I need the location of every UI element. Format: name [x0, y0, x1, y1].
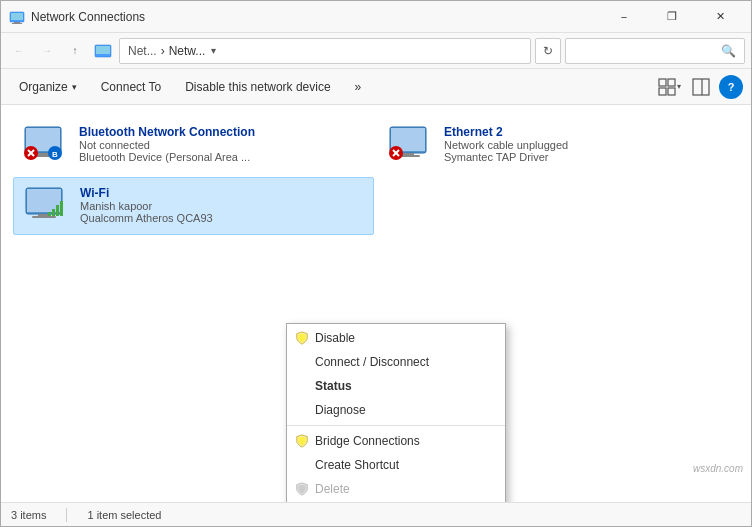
path-part2: Netw...: [169, 44, 206, 58]
toolbar-right: ▾ ?: [655, 73, 743, 101]
wifi-icon-wrap: [22, 186, 70, 226]
wifi-name: Wi-Fi: [80, 186, 365, 200]
network-grid: B Bluetooth Network Connection Not conne…: [13, 117, 739, 235]
svg-rect-33: [52, 209, 55, 216]
bluetooth-name: Bluetooth Network Connection: [79, 125, 366, 139]
ctx-bridge-connections[interactable]: Bridge Connections: [287, 429, 505, 453]
ethernet-info: Ethernet 2 Network cable unplugged Syman…: [444, 125, 731, 163]
ctx-status-label: Status: [315, 379, 352, 393]
svg-rect-3: [12, 23, 22, 24]
svg-rect-35: [60, 201, 63, 216]
svg-rect-2: [14, 22, 20, 23]
back-button[interactable]: ←: [7, 39, 31, 63]
disable-label: Disable this network device: [185, 80, 330, 94]
bluetooth-icon-wrap: B: [21, 125, 69, 165]
selection-status: 1 item selected: [87, 509, 161, 521]
monitor-icon-ethernet: [386, 125, 430, 161]
svg-rect-14: [37, 153, 49, 155]
svg-rect-9: [668, 88, 675, 95]
svg-rect-10: [693, 79, 709, 95]
ctx-status[interactable]: Status: [287, 374, 505, 398]
connect-to-button[interactable]: Connect To: [91, 73, 172, 101]
window-controls: − ❐ ✕: [601, 2, 743, 32]
shield-icon-disable: [295, 331, 309, 345]
toolbar: Organize ▾ Connect To Disable this netwo…: [1, 69, 751, 105]
svg-rect-23: [402, 153, 414, 155]
ctx-diagnose[interactable]: Diagnose: [287, 398, 505, 422]
wifi-info: Wi-Fi Manish kapoor Qualcomm Atheros QCA…: [80, 186, 365, 224]
network-item-wifi[interactable]: Wi-Fi Manish kapoor Qualcomm Atheros QCA…: [13, 177, 374, 235]
main-content: B Bluetooth Network Connection Not conne…: [1, 105, 751, 502]
window: Network Connections − ❐ ✕ ← → ↑ Net... ›…: [0, 0, 752, 527]
ctx-separator-1: [287, 425, 505, 426]
status-divider: [66, 508, 67, 522]
address-input[interactable]: Net... › Netw... ▾: [119, 38, 531, 64]
ethernet-status: Network cable unplugged: [444, 139, 731, 151]
disable-device-button[interactable]: Disable this network device: [175, 73, 340, 101]
refresh-button[interactable]: ↻: [535, 38, 561, 64]
window-title: Network Connections: [31, 10, 601, 24]
more-button[interactable]: »: [345, 73, 372, 101]
status-bar: 3 items 1 item selected: [1, 502, 751, 526]
bluetooth-status: Not connected: [79, 139, 366, 151]
ethernet-name: Ethernet 2: [444, 125, 731, 139]
ctx-bridge-label: Bridge Connections: [315, 434, 420, 448]
wifi-adapter: Qualcomm Atheros QCA93: [80, 212, 365, 224]
svg-rect-29: [27, 189, 61, 212]
svg-rect-1: [11, 13, 23, 20]
path-separator: ›: [161, 44, 165, 58]
svg-text:B: B: [52, 150, 58, 159]
watermark: wsxdn.com: [693, 463, 743, 474]
svg-rect-31: [32, 216, 56, 218]
restore-button[interactable]: ❐: [649, 2, 695, 32]
svg-rect-5: [96, 46, 110, 54]
svg-rect-34: [56, 205, 59, 216]
monitor-icon-bluetooth: B: [21, 125, 65, 161]
view-icon: [658, 78, 676, 96]
ethernet-adapter: Symantec TAP Driver: [444, 151, 731, 163]
bluetooth-adapter: Bluetooth Device (Personal Area ...: [79, 151, 366, 163]
ctx-connect-disconnect[interactable]: Connect / Disconnect: [287, 350, 505, 374]
svg-rect-6: [659, 79, 666, 86]
ctx-delete-label: Delete: [315, 482, 350, 496]
title-bar: Network Connections − ❐ ✕: [1, 1, 751, 33]
ctx-rename[interactable]: Rename: [287, 501, 505, 502]
context-menu: Disable Connect / Disconnect Status Diag…: [286, 323, 506, 502]
address-chevron-icon[interactable]: ▾: [205, 45, 222, 56]
organize-label: Organize: [19, 80, 68, 94]
preview-pane-button[interactable]: [687, 73, 715, 101]
ethernet-icon-wrap: [386, 125, 434, 165]
ctx-disable-label: Disable: [315, 331, 355, 345]
organize-button[interactable]: Organize ▾: [9, 73, 87, 101]
monitor-icon-wifi: [22, 186, 66, 222]
network-item-ethernet[interactable]: Ethernet 2 Network cable unplugged Syman…: [378, 117, 739, 173]
forward-button[interactable]: →: [35, 39, 59, 63]
search-box[interactable]: 🔍: [565, 38, 745, 64]
connect-to-label: Connect To: [101, 80, 162, 94]
svg-rect-32: [48, 212, 51, 216]
ctx-create-shortcut[interactable]: Create Shortcut: [287, 453, 505, 477]
shield-icon-bridge: [295, 434, 309, 448]
item-count: 3 items: [11, 509, 46, 521]
minimize-button[interactable]: −: [601, 2, 647, 32]
ctx-diagnose-label: Diagnose: [315, 403, 366, 417]
ctx-delete[interactable]: Delete: [287, 477, 505, 501]
up-button[interactable]: ↑: [63, 39, 87, 63]
window-icon: [9, 9, 25, 25]
breadcrumb-icon: [93, 41, 113, 61]
change-view-button[interactable]: ▾: [655, 73, 683, 101]
path-part1: Net...: [128, 44, 157, 58]
view-chevron-icon: ▾: [677, 82, 681, 91]
help-button[interactable]: ?: [719, 75, 743, 99]
ctx-disable[interactable]: Disable: [287, 326, 505, 350]
wifi-status: Manish kapoor: [80, 200, 365, 212]
organize-chevron-icon: ▾: [72, 82, 77, 92]
pane-icon: [692, 78, 710, 96]
shield-icon-delete: [295, 482, 309, 496]
ctx-connect-label: Connect / Disconnect: [315, 355, 429, 369]
network-item-bluetooth[interactable]: B Bluetooth Network Connection Not conne…: [13, 117, 374, 173]
close-button[interactable]: ✕: [697, 2, 743, 32]
svg-rect-8: [659, 88, 666, 95]
bluetooth-info: Bluetooth Network Connection Not connect…: [79, 125, 366, 163]
ctx-shortcut-label: Create Shortcut: [315, 458, 399, 472]
